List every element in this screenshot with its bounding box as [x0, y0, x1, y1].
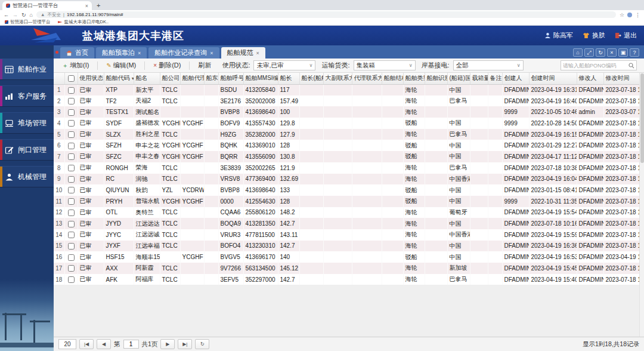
- column-header[interactable]: 船舶类型: [403, 73, 425, 84]
- row-checkbox[interactable]: [68, 165, 75, 171]
- tab-ship-work-records[interactable]: 船舶作业记录查询 ×: [148, 47, 219, 59]
- column-header[interactable]: 船舶呼号: [218, 73, 243, 84]
- tab-home[interactable]: 首页: [60, 47, 94, 59]
- new-tab-button[interactable]: +: [97, 2, 100, 10]
- home-icon[interactable]: ⌂: [573, 48, 583, 57]
- cargo-type-select[interactable]: 集装箱 ∨: [354, 60, 416, 70]
- bookmark-star-icon[interactable]: ☆: [620, 12, 624, 18]
- select-all-checkbox[interactable]: [68, 75, 75, 82]
- browser-tab[interactable]: 智慧港口—管理平台 ×: [2, 1, 92, 10]
- column-header[interactable]: 载箱量: [470, 73, 488, 84]
- column-header[interactable]: 船公司: [160, 73, 180, 84]
- column-header[interactable]: 船东: [204, 73, 218, 84]
- row-checkbox[interactable]: [68, 143, 75, 149]
- screenshot-icon[interactable]: ▣: [618, 48, 628, 57]
- column-header[interactable]: 大副联系方式: [323, 73, 352, 84]
- user-menu[interactable]: 陈高军: [544, 31, 573, 40]
- sidebar-item-ship-operations[interactable]: 船舶作业: [0, 59, 54, 80]
- table-row[interactable]: 17已审AXX阿新霞TCLC9V7266563134500145.12海轮新加坡…: [54, 263, 639, 274]
- row-checkbox[interactable]: [68, 265, 75, 272]
- row-checkbox[interactable]: [68, 120, 75, 127]
- shore-power-select[interactable]: 全部 ∨: [453, 60, 524, 70]
- column-header[interactable]: 船名: [134, 73, 160, 84]
- column-header[interactable]: 船舶结构: [382, 73, 403, 84]
- table-row[interactable]: 1已审XTP新太平TCLCBSDU413205840117海轮中国DFADMIN…: [54, 84, 639, 96]
- sidebar-item-machinery-management[interactable]: 机械管理: [0, 166, 54, 187]
- close-icon[interactable]: ×: [138, 50, 141, 56]
- column-header[interactable]: 船舶MMSI编号: [243, 73, 278, 84]
- bookmark-item[interactable]: 智慧港口—管理平台: [5, 19, 51, 25]
- table-row[interactable]: 9已审RC润驰TCLCVRSV8477369400132.69海轮中国香港DFA…: [54, 174, 639, 185]
- profile-avatar[interactable]: [627, 13, 632, 17]
- table-row[interactable]: 10已审QIUYUN秋韵YZLYCDRWLBVBP8413698640133驳船…: [54, 184, 639, 196]
- row-checkbox[interactable]: [68, 254, 75, 261]
- table-row[interactable]: 2已审TF2天福2TCLC3E2176352002008157.49海轮巴拿马D…: [54, 96, 639, 107]
- column-header[interactable]: 船舶代码▼: [104, 73, 134, 84]
- fullscreen-icon[interactable]: ⤢: [584, 48, 594, 57]
- bookmark-item[interactable]: 盐城大丰港口岸电DK..: [58, 19, 109, 25]
- row-checkbox[interactable]: [68, 109, 75, 116]
- close-icon[interactable]: ×: [85, 3, 88, 9]
- column-header[interactable]: 船长: [278, 73, 299, 84]
- home-icon[interactable]: ⌂: [30, 12, 33, 18]
- row-checkbox[interactable]: [68, 187, 75, 193]
- close-icon[interactable]: ×: [256, 50, 259, 56]
- help-icon[interactable]: ?: [630, 48, 639, 57]
- column-header[interactable]: 备注: [488, 73, 502, 84]
- table-row[interactable]: 12已审OTL奥特兰TCLCCQAA6255806120148.2海轮葡萄牙DF…: [54, 207, 639, 218]
- delete-button[interactable]: × 删除(D): [148, 60, 185, 71]
- vertical-scrollbar[interactable]: [639, 73, 644, 337]
- sidebar-item-customer-service[interactable]: 客户服务: [0, 85, 54, 107]
- table-row[interactable]: 18已审AFK阿福库TCLC3EFV5352297000142.7海轮巴拿马DF…: [54, 274, 639, 285]
- prev-page-button[interactable]: ◀: [97, 339, 111, 349]
- row-checkbox[interactable]: [68, 210, 75, 216]
- column-header[interactable]: 修改时间: [603, 73, 639, 84]
- table-row[interactable]: 16已审HSF15海顺丰15YCGHFBVGV5413696170140驳船中国…: [54, 251, 639, 263]
- table-row[interactable]: 7已审SFZC申丰之春YCGHFYCGHFBQRR413556090130.8驳…: [54, 151, 639, 162]
- table-row[interactable]: 11已审PRYH普瑞永航YCGHFYCGHF0000412554630128驳船…: [54, 196, 639, 207]
- row-checkbox[interactable]: [68, 221, 75, 227]
- row-checkbox[interactable]: [68, 176, 75, 183]
- table-row[interactable]: 3已审TESTX1测试船名BVBP8413698640100海轮99992022…: [54, 106, 639, 118]
- url-box[interactable]: ▲ 不安全 | 192.168.21.11:9079/main#: [36, 11, 616, 18]
- close-all-icon[interactable]: ×: [607, 48, 617, 57]
- row-checkbox[interactable]: [68, 198, 75, 205]
- table-row[interactable]: 4已审SYDF盛裕德发YCGHFYCGHFBOFV9413557430129.8…: [54, 118, 639, 129]
- column-header[interactable]: 创建人: [502, 73, 529, 84]
- close-icon[interactable]: ×: [210, 50, 213, 56]
- table-row[interactable]: 15已审JYXF江远幸福TCLCBOFO4413230310142.7海轮中国D…: [54, 241, 639, 252]
- search-icon[interactable]: [628, 63, 634, 69]
- back-icon[interactable]: ←: [4, 12, 9, 18]
- row-checkbox[interactable]: [68, 98, 75, 104]
- skin-button[interactable]: 换肤: [583, 31, 605, 40]
- column-header[interactable]: 代理联系方式: [352, 73, 382, 84]
- scrollbar-thumb[interactable]: [640, 73, 644, 163]
- refresh-button[interactable]: 刷新: [193, 60, 216, 71]
- row-checkbox[interactable]: [68, 243, 75, 250]
- search-input[interactable]: [563, 63, 628, 69]
- column-header[interactable]: 船舶代理: [180, 73, 204, 84]
- row-checkbox[interactable]: [68, 153, 75, 160]
- table-row[interactable]: 5已审SLZX胜利之星TCLCH9ZG352382000127.9海轮巴拿马DF…: [54, 129, 639, 140]
- use-status-select[interactable]: 未审,已审 ∨: [253, 60, 315, 70]
- table-row[interactable]: 8已审RONGH荣海TCLC3E3839352002265121.9海轮巴拿马D…: [54, 162, 639, 174]
- page-size-select[interactable]: 20: [58, 339, 76, 349]
- table-row[interactable]: 6已审SFZH申丰之花YCGHFYCGHFBQHK413369010128驳船中…: [54, 140, 639, 151]
- row-checkbox[interactable]: [68, 131, 75, 138]
- tab-ship-specification[interactable]: 船舶规范 ×: [221, 47, 265, 59]
- reload-icon[interactable]: ↻: [21, 12, 26, 18]
- edit-button[interactable]: ✎ 编辑(M): [101, 60, 141, 71]
- logout-button[interactable]: 退出: [615, 31, 637, 40]
- menu-dots-icon[interactable]: ⋮: [635, 12, 640, 18]
- table-row[interactable]: 14已审JYYC江远远诚TCLCVRUR3477811500143.11海轮中国…: [54, 229, 639, 241]
- column-header[interactable]: 使用状态: [78, 73, 104, 84]
- sidebar-item-yard-management[interactable]: 堆场管理: [0, 112, 54, 134]
- next-page-button[interactable]: ▶: [160, 339, 175, 349]
- column-header[interactable]: (船籍)国家: [447, 73, 470, 84]
- first-page-button[interactable]: |◀: [79, 339, 94, 349]
- column-header[interactable]: 船长(船舶): [299, 73, 323, 84]
- row-checkbox[interactable]: [68, 276, 75, 283]
- page-number-input[interactable]: [123, 340, 139, 349]
- column-header[interactable]: 船舶识别号: [425, 73, 447, 84]
- table-row[interactable]: 13已审JYYD江远远达TCLCBOQA9413281350142.7海轮中国D…: [54, 218, 639, 229]
